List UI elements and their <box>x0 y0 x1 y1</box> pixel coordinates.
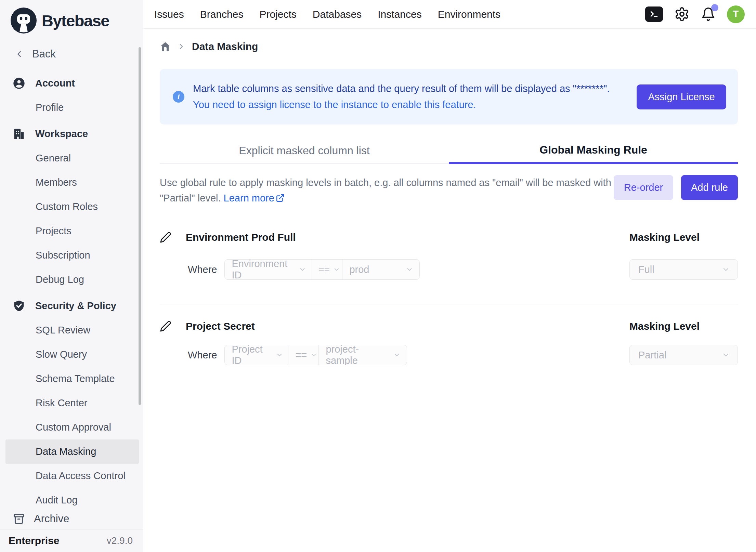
masking-level-select[interactable]: Partial <box>629 345 738 365</box>
masking-rule-environment-prod-full: Environment Prod Full Masking Level Wher… <box>160 230 738 308</box>
chevron-down-icon <box>393 351 401 359</box>
sidebar-section-security-policy: Security & Policy <box>0 294 143 318</box>
condition-value-select[interactable]: project-sample <box>319 345 407 365</box>
sidebar-item-custom-roles[interactable]: Custom Roles <box>0 195 143 219</box>
edit-pencil-icon[interactable] <box>160 320 171 332</box>
sidebar-item-projects[interactable]: Projects <box>0 219 143 243</box>
top-nav: Issues Branches Projects Databases Insta… <box>154 9 500 20</box>
sidebar-section-workspace: Workspace <box>0 122 143 146</box>
sidebar-item-general[interactable]: General <box>0 146 143 170</box>
chevron-right-icon <box>177 42 186 51</box>
sidebar-section-account: Account <box>0 71 143 95</box>
tab-global-masking-rule[interactable]: Global Masking Rule <box>449 137 738 164</box>
masking-rule-project-secret: Project Secret Masking Level Where Proje… <box>160 319 738 397</box>
nav-environments[interactable]: Environments <box>438 9 500 20</box>
main-content: Issues Branches Projects Databases Insta… <box>144 0 756 552</box>
back-label: Back <box>32 48 56 60</box>
sidebar-bottom: Archive Enterprise v2.9.0 <box>0 509 143 552</box>
condition-value-select[interactable]: prod <box>342 260 419 279</box>
rule-condition: Where Environment ID == prod <box>188 259 420 280</box>
sidebar-item-data-masking[interactable]: Data Masking <box>5 439 139 464</box>
chevron-down-icon <box>722 351 730 359</box>
banner-line2: You need to assign license to the instan… <box>193 99 610 110</box>
tab-explicit-masked-column-list[interactable]: Explicit masked column list <box>160 137 449 164</box>
sidebar-item-schema-template[interactable]: Schema Template <box>0 367 143 391</box>
chevron-down-icon <box>310 352 317 358</box>
bell-icon[interactable] <box>701 7 716 22</box>
top-bar: Issues Branches Projects Databases Insta… <box>144 0 756 29</box>
sidebar-item-sql-review[interactable]: SQL Review <box>0 318 143 342</box>
nav-instances[interactable]: Instances <box>378 9 421 20</box>
nav-branches[interactable]: Branches <box>200 9 244 20</box>
add-rule-button[interactable]: Add rule <box>681 175 738 200</box>
rules-toolbar: Use global rule to apply masking levels … <box>160 175 738 206</box>
condition-attribute-select[interactable]: Environment ID <box>225 260 311 279</box>
assign-license-button[interactable]: Assign License <box>637 84 726 109</box>
page-title: Data Masking <box>192 41 258 52</box>
sidebar-item-risk-center[interactable]: Risk Center <box>0 391 143 415</box>
sidebar-item-custom-approval[interactable]: Custom Approval <box>0 415 143 439</box>
plan-row: Enterprise v2.9.0 <box>0 529 143 552</box>
archive-icon <box>13 513 25 525</box>
chevron-down-icon <box>333 266 340 273</box>
sidebar: Bytebase Back Account Profile Workspace … <box>0 0 143 552</box>
breadcrumb: Data Masking <box>160 38 258 55</box>
sidebar-item-data-access-control[interactable]: Data Access Control <box>0 464 143 488</box>
rules-description: Use global rule to apply masking levels … <box>160 175 614 206</box>
home-icon[interactable] <box>160 41 171 52</box>
banner-line1: Mark table columns as sensitive data and… <box>193 83 610 94</box>
condition-operator-select[interactable]: == <box>311 260 342 279</box>
where-label: Where <box>188 350 217 361</box>
sidebar-item-profile[interactable]: Profile <box>0 95 143 120</box>
sidebar-item-members[interactable]: Members <box>0 170 143 195</box>
notification-dot <box>711 4 718 11</box>
banner-text: Mark table columns as sensitive data and… <box>193 83 610 110</box>
nav-databases[interactable]: Databases <box>313 9 362 20</box>
building-icon <box>13 128 25 140</box>
nav-projects[interactable]: Projects <box>259 9 296 20</box>
masking-level-select[interactable]: Full <box>629 259 738 280</box>
archive-button[interactable]: Archive <box>0 509 143 529</box>
chevron-left-icon <box>14 49 24 59</box>
condition-attribute-select[interactable]: Project ID <box>225 345 288 365</box>
license-banner: i Mark table columns as sensitive data a… <box>160 69 738 124</box>
external-link-icon <box>276 194 285 202</box>
sidebar-scrollbar[interactable] <box>139 47 141 405</box>
chevron-down-icon <box>722 265 730 274</box>
rules-divider <box>160 304 738 304</box>
shield-check-icon <box>13 300 25 312</box>
rule-condition: Where Project ID == project-sample <box>188 345 407 365</box>
nav-issues[interactable]: Issues <box>154 9 184 20</box>
gear-icon[interactable] <box>674 6 690 22</box>
bytebase-logo-icon <box>11 8 37 34</box>
brand-logo[interactable]: Bytebase <box>11 8 109 34</box>
learn-more-link[interactable]: Learn more <box>224 193 285 203</box>
sidebar-item-debug-log[interactable]: Debug Log <box>0 267 143 292</box>
sidebar-item-slow-query[interactable]: Slow Query <box>0 342 143 367</box>
edit-pencil-icon[interactable] <box>160 232 171 243</box>
info-icon: i <box>173 91 184 103</box>
top-bar-actions: T <box>645 5 745 23</box>
chevron-down-icon <box>406 266 413 273</box>
condition-group: Environment ID == prod <box>224 259 420 280</box>
back-button[interactable]: Back <box>14 48 56 60</box>
avatar[interactable]: T <box>727 5 745 23</box>
masking-level-label: Masking Level <box>629 230 700 245</box>
brand-name: Bytebase <box>42 11 109 30</box>
tab-bar: Explicit masked column list Global Maski… <box>160 137 738 164</box>
terminal-icon[interactable] <box>645 6 663 22</box>
masking-level-label: Masking Level <box>629 319 700 334</box>
reorder-button[interactable]: Re-order <box>614 175 673 200</box>
where-label: Where <box>188 264 217 275</box>
sidebar-item-subscription[interactable]: Subscription <box>0 243 143 267</box>
sidebar-item-audit-log[interactable]: Audit Log <box>0 488 143 509</box>
chevron-down-icon <box>299 266 306 273</box>
plan-name: Enterprise <box>9 535 59 547</box>
rule-title: Project Secret <box>186 320 255 332</box>
sidebar-nav: Account Profile Workspace General Member… <box>0 71 143 509</box>
chevron-down-icon <box>276 351 283 359</box>
condition-operator-select[interactable]: == <box>288 345 319 365</box>
app-version: v2.9.0 <box>107 535 133 546</box>
archive-label: Archive <box>34 513 69 525</box>
user-icon <box>13 77 25 90</box>
